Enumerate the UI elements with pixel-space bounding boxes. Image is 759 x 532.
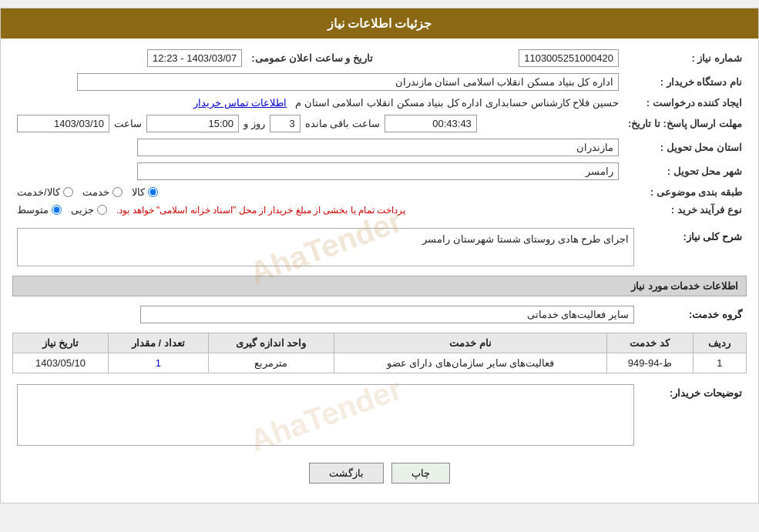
deadline-days-box: 3 <box>270 115 301 132</box>
need-desc-text: اجرای طرح هادی روستای شستا شهرستان رامسر <box>422 233 629 245</box>
category-label: طبقه بندی موضوعی : <box>623 183 747 201</box>
process-row: متوسط جزیی پرداخت تمام یا بخشی از مبلغ خ… <box>12 201 623 219</box>
row-delivery-province: استان محل تحویل : مازندران <box>12 136 747 159</box>
deadline-label: مهلت ارسال پاسخ: تا تاریخ: <box>623 112 747 136</box>
category-option-kala-khadamat: کالا/خدمت <box>17 186 73 198</box>
announce-date-value: 1403/03/07 - 12:23 <box>12 46 247 70</box>
process-radio-motavasset[interactable] <box>52 205 62 215</box>
row-process: نوع فرآیند خرید : متوسط جزیی <box>12 201 747 219</box>
buyer-notes-value-cell: AhaTender <box>12 381 639 449</box>
service-group-box: سایر فعالیت‌های خدماتی <box>140 306 634 323</box>
back-button[interactable]: بازگشت <box>309 463 384 483</box>
category-label-kala: کالا <box>132 186 145 198</box>
buyer-org-label: نام دستگاه خریدار : <box>623 70 747 94</box>
delivery-province-value: مازندران <box>12 136 623 159</box>
col-name: نام خدمت <box>334 333 607 353</box>
cell-unit: مترمربع <box>208 353 334 373</box>
buyer-notes-label: توضیحات خریدار: <box>639 381 747 449</box>
notes-watermark: AhaTender <box>245 372 406 459</box>
buyer-org-box: اداره کل بنیاد مسکن انقلاب اسلامی استان … <box>77 73 619 91</box>
process-flex: متوسط جزیی پرداخت تمام یا بخشی از مبلغ خ… <box>17 204 619 216</box>
row-need-number: شماره نیاز : 1103005251000420 تاریخ و سا… <box>12 46 747 70</box>
remaining-time-box: 00:43:43 <box>385 115 477 132</box>
service-group-value-cell: سایر فعالیت‌های خدماتی <box>12 303 639 326</box>
cell-date: 1403/05/10 <box>13 353 109 373</box>
delivery-city-box: رامسر <box>137 162 619 180</box>
process-note: پرداخت تمام یا بخشی از مبلغ خریدار از مح… <box>116 205 405 216</box>
deadline-day-label: روز و <box>243 118 265 129</box>
services-table-head: ردیف کد خدمت نام خدمت واحد اندازه گیری ت… <box>13 333 747 353</box>
service-group-label: گروه خدمت: <box>639 303 747 326</box>
category-radio-kala[interactable] <box>148 187 158 197</box>
category-label-kala-khadamat: کالا/خدمت <box>17 186 60 198</box>
col-count: تعداد / مقدار <box>108 333 208 353</box>
col-code: کد خدمت <box>607 333 694 353</box>
category-options: کالا/خدمت خدمت کالا <box>12 183 623 201</box>
delivery-province-label: استان محل تحویل : <box>623 136 747 159</box>
services-section-header: اطلاعات خدمات مورد نیاز <box>12 276 747 296</box>
row-deadline: مهلت ارسال پاسخ: تا تاریخ: 1403/03/10 سا… <box>12 112 747 136</box>
category-label-khadamat: خدمت <box>82 186 109 198</box>
buyer-notes-table: توضیحات خریدار: AhaTender <box>12 381 747 449</box>
cell-name: فعالیت‌های سایر سازمان‌های دارای عضو <box>334 353 607 373</box>
process-option-motavasset: متوسط <box>17 204 62 216</box>
row-category: طبقه بندی موضوعی : کالا/خدمت خدمت کالا <box>12 183 747 201</box>
services-table-header-row: ردیف کد خدمت نام خدمت واحد اندازه گیری ت… <box>13 333 747 353</box>
announce-date-box: 1403/03/07 - 12:23 <box>147 49 242 67</box>
category-radio-group: کالا/خدمت خدمت کالا <box>17 186 619 198</box>
creator-value: حسین فلاح کارشناس حسابداری اداره کل بنیا… <box>12 94 623 112</box>
need-desc-value-cell: AhaTender اجرای طرح هادی روستای شستا شهر… <box>12 225 639 269</box>
process-label-motavasset: متوسط <box>17 204 49 216</box>
cell-row: 1 <box>693 353 746 373</box>
page-wrapper: جزئیات اطلاعات نیاز شماره نیاز : 1103005… <box>0 8 759 504</box>
buyer-org-value: اداره کل بنیاد مسکن انقلاب اسلامی استان … <box>12 70 623 94</box>
need-number-value: 1103005251000420 <box>378 46 623 70</box>
category-option-kala: کالا <box>132 186 158 198</box>
row-buyer-org: نام دستگاه خریدار : اداره کل بنیاد مسکن … <box>12 70 747 94</box>
deadline-flex: 1403/03/10 ساعت 15:00 روز و 3 ساعت باقی … <box>17 115 619 132</box>
col-row: ردیف <box>693 333 746 353</box>
process-option-jozyi: جزیی <box>71 204 107 216</box>
category-radio-khadamat[interactable] <box>113 187 123 197</box>
need-number-box: 1103005251000420 <box>519 49 619 67</box>
row-buyer-notes: توضیحات خریدار: AhaTender <box>12 381 747 449</box>
process-radio-jozyi[interactable] <box>97 205 107 215</box>
deadline-row: 1403/03/10 ساعت 15:00 روز و 3 ساعت باقی … <box>12 112 623 136</box>
print-button[interactable]: چاپ <box>391 463 450 483</box>
delivery-city-label: شهر محل تحویل : <box>623 159 747 183</box>
table-row: 1 ط-94-949 فعالیت‌های سایر سازمان‌های دا… <box>13 353 747 373</box>
delivery-city-value: رامسر <box>12 159 623 183</box>
need-desc-container: AhaTender اجرای طرح هادی روستای شستا شهر… <box>17 228 634 266</box>
row-delivery-city: شهر محل تحویل : رامسر <box>12 159 747 183</box>
col-date: تاریخ نیاز <box>13 333 109 353</box>
cell-count: 1 <box>108 353 208 373</box>
buyer-notes-container: AhaTender <box>17 384 634 446</box>
category-radio-kala-khadamat[interactable] <box>63 187 73 197</box>
creator-label: ایجاد کننده درخواست : <box>623 94 747 112</box>
deadline-time-label: ساعت <box>114 118 142 129</box>
page-title: جزئیات اطلاعات نیاز <box>327 17 432 30</box>
contact-link[interactable]: اطلاعات تماس خریدار <box>193 97 287 109</box>
need-desc-label: شرح کلی نیاز: <box>639 225 747 269</box>
row-creator: ایجاد کننده درخواست : حسین فلاح کارشناس … <box>12 94 747 112</box>
services-table: ردیف کد خدمت نام خدمت واحد اندازه گیری ت… <box>12 333 747 373</box>
remaining-label: ساعت باقی مانده <box>305 118 380 129</box>
service-group-table: گروه خدمت: سایر فعالیت‌های خدماتی <box>12 303 747 326</box>
content-area: شماره نیاز : 1103005251000420 تاریخ و سا… <box>1 38 758 503</box>
info-table: شماره نیاز : 1103005251000420 تاریخ و سا… <box>12 46 747 219</box>
page-header: جزئیات اطلاعات نیاز <box>1 8 758 38</box>
process-radio-group: متوسط جزیی <box>17 204 107 216</box>
need-number-label: شماره نیاز : <box>623 46 747 70</box>
process-label-jozyi: جزیی <box>71 204 94 216</box>
buttons-row: چاپ بازگشت <box>12 455 747 495</box>
deadline-date-box: 1403/03/10 <box>17 115 109 132</box>
row-need-desc: شرح کلی نیاز: AhaTender اجرای طرح هادی ر… <box>12 225 747 269</box>
creator-text: حسین فلاح کارشناس حسابداری اداره کل بنیا… <box>295 97 619 109</box>
deadline-time-box: 15:00 <box>146 115 239 132</box>
row-service-group: گروه خدمت: سایر فعالیت‌های خدماتی <box>12 303 747 326</box>
category-option-khadamat: خدمت <box>82 186 123 198</box>
process-label: نوع فرآیند خرید : <box>623 201 747 219</box>
col-unit: واحد اندازه گیری <box>208 333 334 353</box>
cell-code: ط-94-949 <box>607 353 694 373</box>
services-table-body: 1 ط-94-949 فعالیت‌های سایر سازمان‌های دا… <box>13 353 747 373</box>
